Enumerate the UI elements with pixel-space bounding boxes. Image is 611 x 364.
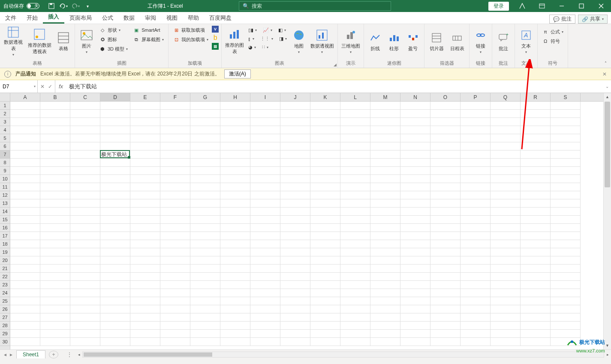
row-header-24[interactable]: 24 (0, 289, 10, 297)
cell[interactable] (70, 191, 100, 199)
cell[interactable] (370, 199, 400, 208)
cell[interactable] (220, 248, 250, 256)
cell[interactable] (551, 167, 581, 175)
cell[interactable] (491, 159, 521, 167)
cell[interactable] (250, 216, 280, 224)
cell[interactable] (100, 167, 130, 175)
cell[interactable] (521, 224, 551, 232)
cell[interactable] (400, 240, 430, 248)
cell[interactable] (430, 297, 461, 305)
cell[interactable] (491, 313, 521, 322)
cell[interactable] (370, 322, 400, 330)
cell[interactable] (40, 134, 70, 142)
cell[interactable] (10, 142, 40, 150)
cell[interactable] (250, 183, 280, 191)
cell[interactable] (491, 150, 521, 159)
cell[interactable] (190, 240, 220, 248)
cell[interactable] (70, 265, 100, 273)
cell[interactable] (250, 159, 280, 167)
cell[interactable] (40, 265, 70, 273)
cell[interactable] (340, 102, 370, 110)
cell[interactable] (551, 297, 581, 305)
cell[interactable] (491, 216, 521, 224)
cell[interactable] (461, 175, 491, 183)
cell[interactable] (340, 305, 370, 313)
cell[interactable] (370, 167, 400, 175)
cell[interactable] (190, 256, 220, 265)
cell[interactable] (190, 126, 220, 134)
cell[interactable] (521, 183, 551, 191)
cell[interactable] (491, 240, 521, 248)
cell[interactable] (280, 118, 310, 126)
row-header-9[interactable]: 9 (0, 167, 10, 175)
cell[interactable] (521, 102, 551, 110)
cell[interactable] (100, 110, 130, 118)
cell[interactable] (40, 142, 70, 150)
cell[interactable] (100, 281, 130, 289)
column-header-O[interactable]: O (430, 93, 461, 101)
cell[interactable] (100, 102, 130, 110)
cell[interactable] (340, 224, 370, 232)
cell[interactable] (40, 199, 70, 208)
cell[interactable] (70, 102, 100, 110)
vscroll-thumb[interactable] (605, 102, 610, 187)
cell[interactable] (10, 110, 40, 118)
cell[interactable] (370, 265, 400, 273)
maps-button[interactable]: 地图▾ (290, 26, 307, 57)
cell[interactable] (280, 281, 310, 289)
cell[interactable] (130, 305, 160, 313)
cell[interactable] (400, 150, 430, 159)
charts-launcher-icon[interactable]: ◢ (334, 63, 337, 67)
column-header-N[interactable]: N (400, 93, 430, 101)
cell[interactable] (430, 289, 461, 297)
cell[interactable] (160, 281, 190, 289)
waterfall-chart-button[interactable]: ⫿▾ (247, 35, 256, 42)
cell[interactable] (250, 191, 280, 199)
cell[interactable] (10, 232, 40, 240)
cell[interactable] (521, 118, 551, 126)
cell[interactable] (521, 208, 551, 216)
cell[interactable] (130, 126, 160, 134)
cell[interactable] (190, 297, 220, 305)
cell[interactable] (551, 216, 581, 224)
cell[interactable] (160, 183, 190, 191)
formula-input[interactable]: 极光下载站 (66, 80, 603, 93)
cell[interactable] (160, 199, 190, 208)
fx-icon[interactable]: fx (55, 80, 66, 93)
cell[interactable] (100, 248, 130, 256)
cell[interactable] (40, 281, 70, 289)
cell[interactable] (551, 191, 581, 199)
cell[interactable] (100, 191, 130, 199)
symbol-button[interactable]: Ω符号 (540, 37, 565, 45)
cell[interactable] (160, 338, 190, 346)
cell[interactable] (491, 281, 521, 289)
cell[interactable] (220, 289, 250, 297)
cell[interactable] (130, 118, 160, 126)
cell[interactable] (190, 322, 220, 330)
cell[interactable] (220, 183, 250, 191)
cell[interactable] (250, 289, 280, 297)
cell[interactable] (310, 289, 340, 297)
cell[interactable] (461, 256, 491, 265)
tab-help[interactable]: 帮助 (183, 12, 204, 24)
screenshot-button[interactable]: ⧉屏幕截图▾ (131, 35, 166, 44)
cell[interactable] (491, 118, 521, 126)
cell[interactable] (280, 126, 310, 134)
cell[interactable] (190, 330, 220, 338)
cell[interactable] (40, 126, 70, 134)
column-header-R[interactable]: R (521, 93, 551, 101)
row-header-3[interactable]: 3 (0, 118, 10, 126)
cell[interactable] (130, 313, 160, 322)
cell[interactable] (461, 191, 491, 199)
cell[interactable] (521, 142, 551, 150)
cell[interactable] (70, 142, 100, 150)
cell[interactable] (280, 232, 310, 240)
cell[interactable] (310, 102, 340, 110)
cell[interactable] (100, 273, 130, 281)
cell[interactable] (310, 199, 340, 208)
cell[interactable] (280, 313, 310, 322)
column-header-F[interactable]: F (160, 93, 190, 101)
scroll-up-icon[interactable]: ▲ (604, 93, 611, 101)
cell[interactable] (250, 338, 280, 346)
cell[interactable] (70, 183, 100, 191)
